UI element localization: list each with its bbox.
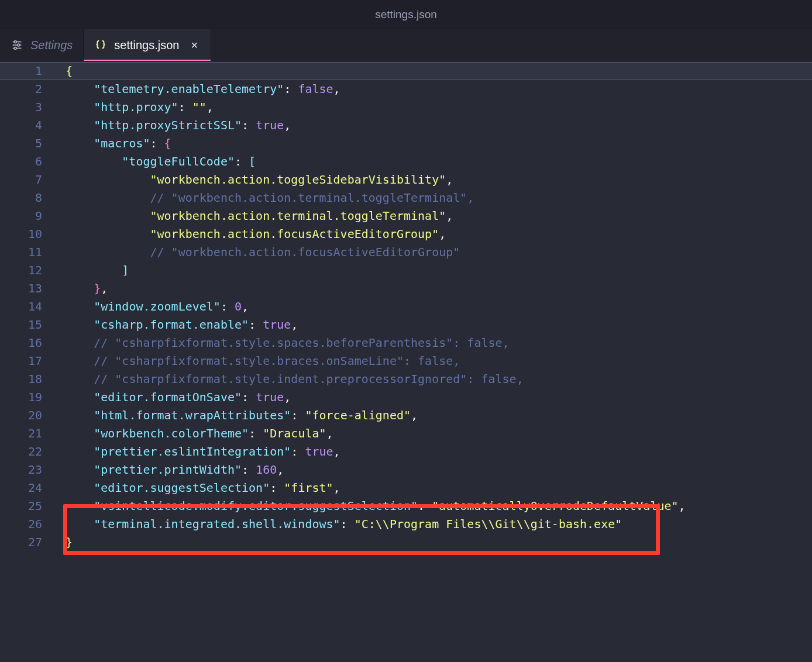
line-number: 4 [0, 116, 42, 135]
code-line[interactable]: "http.proxyStrictSSL": true, [64, 116, 812, 135]
code-line[interactable]: "vsintellicode.modify.editor.suggestSele… [64, 497, 812, 515]
line-number: 24 [0, 479, 42, 497]
line-number: 27 [0, 533, 42, 551]
line-number: 22 [0, 443, 42, 461]
code-line[interactable]: "terminal.integrated.shell.windows": "C:… [64, 515, 812, 533]
code-line[interactable]: "telemetry.enableTelemetry": false, [64, 80, 812, 98]
line-number: 14 [0, 298, 42, 316]
title-bar: settings.json [0, 0, 812, 29]
line-number: 21 [0, 425, 42, 443]
code-line[interactable]: "toggleFullCode": [ [64, 153, 812, 171]
line-number: 17 [0, 352, 42, 370]
code-content[interactable]: { "telemetry.enableTelemetry": false, "h… [64, 61, 812, 662]
line-number: 12 [0, 261, 42, 280]
close-icon[interactable]: × [188, 39, 200, 51]
tab-settings-json[interactable]: settings.json × [84, 29, 211, 61]
code-line[interactable]: "prettier.eslintIntegration": true, [64, 443, 812, 461]
code-line[interactable]: "editor.suggestSelection": "first", [64, 479, 812, 497]
line-number: 16 [0, 334, 42, 352]
settings-icon [11, 39, 23, 51]
line-number: 6 [0, 153, 42, 171]
tab-settings[interactable]: Settings [0, 29, 84, 61]
code-line[interactable]: "csharp.format.enable": true, [64, 316, 812, 334]
code-line[interactable]: // "workbench.action.focusActiveEditorGr… [64, 243, 812, 261]
code-line[interactable]: } [64, 533, 812, 551]
code-line[interactable]: // "workbench.action.terminal.toggleTerm… [64, 189, 812, 207]
line-number: 8 [0, 189, 42, 207]
svg-point-4 [18, 44, 20, 46]
tab-settings-json-label: settings.json [114, 39, 179, 52]
code-line[interactable]: "http.proxy": "", [64, 98, 812, 116]
tab-settings-label: Settings [30, 39, 73, 52]
code-line[interactable]: "workbench.action.terminal.toggleTermina… [64, 207, 812, 225]
code-line[interactable]: "macros": { [64, 135, 812, 153]
code-line[interactable]: }, [64, 280, 812, 298]
line-number: 13 [0, 280, 42, 298]
line-number: 10 [0, 225, 42, 243]
svg-point-3 [14, 41, 16, 43]
line-number: 26 [0, 515, 42, 533]
code-line[interactable]: "window.zoomLevel": 0, [64, 298, 812, 316]
code-line[interactable]: ] [64, 261, 812, 280]
code-line[interactable]: "workbench.action.focusActiveEditorGroup… [64, 225, 812, 243]
code-line[interactable]: "prettier.printWidth": 160, [64, 461, 812, 479]
line-number: 18 [0, 370, 42, 388]
editor-area[interactable]: 1234567891011121314151617181920212223242… [0, 61, 812, 662]
line-number: 5 [0, 135, 42, 153]
svg-point-5 [14, 47, 16, 50]
line-number: 15 [0, 316, 42, 334]
code-line[interactable]: "workbench.colorTheme": "Dracula", [64, 425, 812, 443]
code-line[interactable]: // "csharpfixformat.style.indent.preproc… [64, 370, 812, 388]
line-number: 3 [0, 98, 42, 116]
line-number: 11 [0, 243, 42, 261]
line-number: 9 [0, 207, 42, 225]
code-line[interactable]: "workbench.action.toggleSidebarVisibilit… [64, 171, 812, 189]
code-line[interactable]: "html.format.wrapAttributes": "force-ali… [64, 406, 812, 425]
line-number: 20 [0, 406, 42, 425]
tab-bar: Settings settings.json × [0, 29, 812, 61]
line-number: 2 [0, 80, 42, 98]
title-text: settings.json [375, 8, 437, 21]
line-number: 25 [0, 497, 42, 515]
line-number: 7 [0, 171, 42, 189]
code-line[interactable]: { [64, 62, 812, 80]
code-line[interactable]: // "csharpfixformat.style.braces.onSameL… [64, 352, 812, 370]
line-number-gutter: 1234567891011121314151617181920212223242… [0, 61, 64, 662]
code-line[interactable]: "editor.formatOnSave": true, [64, 388, 812, 406]
line-number: 1 [0, 62, 42, 80]
line-number: 23 [0, 461, 42, 479]
line-number: 19 [0, 388, 42, 406]
code-line[interactable]: // "csharpfixformat.style.spaces.beforeP… [64, 334, 812, 352]
json-icon [94, 39, 107, 51]
